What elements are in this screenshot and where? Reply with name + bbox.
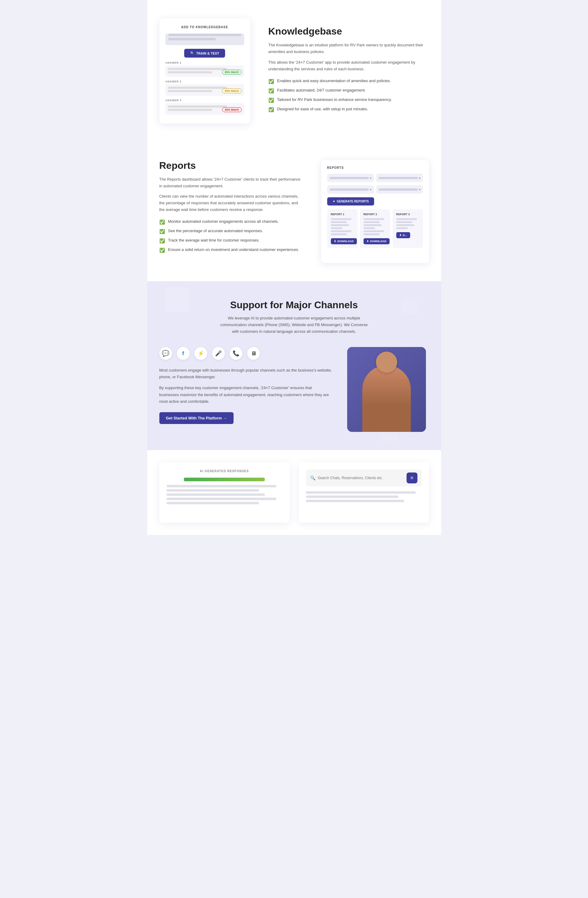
microphone-icon: 🎤 [215,350,222,357]
answer-1-line-1 [168,68,227,70]
knowledgebase-title: Knowledgebase [269,26,429,37]
s-line-1 [306,491,416,494]
search-bar-container[interactable]: 🔍 ≡ [306,469,422,486]
reports-feature-2: ✅ See the percentage of accurate automat… [159,229,303,234]
person-avatar [347,347,426,432]
answer-3-label: ANSWER 3 [166,99,244,102]
get-started-button[interactable]: Get Started With The Platform → [159,412,233,424]
download-btn-3[interactable]: ⬇ D... [396,232,410,238]
report-card-2-title: REPORT 2 [364,213,387,216]
filter-icon: ≡ [410,475,413,481]
rc1-line5 [331,230,352,232]
check-icon-3: ✅ [269,98,274,103]
facebook-icon: f [183,351,184,357]
filter-line-4 [379,189,418,191]
kb-feature-4: ✅ Designed for ease of use, with setup i… [269,107,429,112]
channels-header: Support for Major Channels We leverage A… [159,300,429,335]
phone-icon-circle: 📞 [230,347,243,360]
section-channels: Support for Major Channels We leverage A… [147,281,441,450]
check-icon-2: ✅ [269,88,274,94]
ai-line-1 [167,485,276,487]
reports-feature-4: ✅ Ensure a solid return on investment an… [159,247,303,253]
kb-features-list: ✅ Enables quick and easy documentation o… [269,78,429,112]
search-input[interactable] [318,476,404,480]
download-label-1: DOWNLOAD [338,240,354,243]
mic-icon-circle: 🎤 [212,347,225,360]
person-head [376,352,397,373]
knowledgebase-content: Knowledgebase The Knowledgebase is an in… [269,26,429,116]
reports-filters: ▾ ▾ [327,174,423,182]
filter-line-1 [330,177,368,179]
download-btn-1[interactable]: ⬇ DOWNLOAD [331,238,357,244]
check-icon-4: ✅ [269,107,274,112]
kb-input-line-1 [169,34,241,36]
download-label-2: DOWNLOAD [370,240,387,243]
desktop-icon: 🖥 [251,351,256,357]
channel-icons-row: 💬 f ⚡ 🎤 📞 🖥 [159,347,332,360]
answer-3-block: 45% Match [166,103,244,115]
person-body [362,365,411,432]
download-btn-2[interactable]: ⬇ DOWNLOAD [364,238,390,244]
report-card-1-title: REPORT 1 [331,213,354,216]
kb-feature-2: ✅ Facilitates automated, 24/7 customer e… [269,88,429,94]
kb-feature-text-4: Designed for ease of use, with setup in … [277,107,368,111]
kb-desc-2: This allows the '24×7 Customer' app to p… [269,59,429,72]
reports-mockup: REPORTS ▾ ▾ ▾ ▾ ✦ GENERATE REPORTS [321,160,429,263]
deco-square-2 [402,300,417,315]
ai-line-4 [167,498,276,500]
reports-feature-1: ✅ Monitor automated customer engagements… [159,219,303,225]
rc2-line6 [364,233,379,235]
rc2-line1 [364,218,384,220]
filter-chevron-4: ▾ [419,188,421,191]
report-card-3: REPORT 3 ⬇ D... [393,209,423,248]
desktop-icon-circle: 🖥 [247,347,260,360]
ai-progress-bar [184,478,265,481]
ai-line-2 [167,489,259,492]
rc2-line2 [364,221,379,223]
reports-title: Reports [159,160,303,171]
filter-line-2 [379,177,418,179]
check-icon-r1: ✅ [159,220,165,225]
chat-bubble-icon: 💬 [162,350,169,357]
chat-icon-circle: 💬 [159,347,172,360]
train-test-button[interactable]: 🔍 TRAIN & TEST [184,49,226,58]
check-icon-r2: ✅ [159,229,165,234]
sparkle-icon: ✦ [333,200,335,203]
answer-2-label: ANSWER 2 [166,80,244,83]
report-card-3-title: REPORT 3 [396,213,419,216]
answer-3-line-1 [168,106,227,108]
download-icon-3: ⬇ [399,234,402,237]
reports-feature-text-2: See the percentage of accurate automated… [168,229,263,233]
ai-line-3 [167,494,265,496]
channels-text-1: Most customers engage with businesses th… [159,367,332,380]
section-reports: Reports The Reports dashboard allows '24… [147,142,441,281]
reports-content: Reports The Reports dashboard allows '24… [159,160,303,257]
s-line-2 [306,495,399,498]
report-card-2: REPORT 2 ⬇ DOWNLOAD [360,209,390,248]
answer-2-badge: 65% Match [222,89,242,93]
kb-mockup-title: ADD TO KNOWLEDGEBASE [166,25,244,29]
get-started-label: Get Started With The Platform → [166,416,227,420]
filter-line-3 [330,189,368,191]
generate-reports-button[interactable]: ✦ GENERATE REPORTS [327,197,375,206]
filter-button[interactable]: ≡ [407,472,418,483]
section-knowledgebase: ADD TO KNOWLEDGEBASE 🔍 TRAIN & TEST ANSW… [147,0,441,142]
rc2-line3 [364,224,382,226]
ai-card-title: AI GENERATED RESPONSES [167,469,282,473]
rc2-line5 [364,230,384,232]
filter-chevron-3: ▾ [370,188,372,191]
download-icon-2: ⬇ [367,240,369,243]
reports-feature-text-4: Ensure a solid return on investment and … [168,247,299,252]
facebook-icon-circle: f [177,347,190,360]
ai-responses-card: AI GENERATED RESPONSES [159,462,290,523]
search-result-lines [306,491,422,502]
channels-right [344,347,429,432]
answer-3-badge: 45% Match [222,107,242,112]
reports-feature-3: ✅ Track the average wait time for custom… [159,238,303,244]
filter-box-2: ▾ [376,174,423,182]
report-card-1: REPORT 1 ⬇ DOWNLOAD [327,209,358,248]
wand-icon: 🔍 [190,51,195,55]
filter-chevron-2: ▾ [419,176,421,180]
download-label-3: D... [403,234,407,237]
rc3-line3 [396,224,415,226]
